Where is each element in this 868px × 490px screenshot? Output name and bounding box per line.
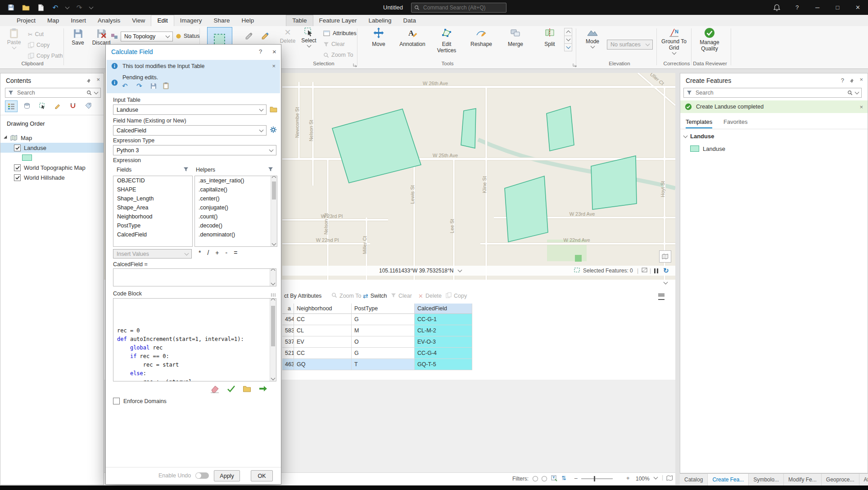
- undo-edit-icon[interactable]: ↶: [122, 82, 128, 90]
- ground-to-grid-button[interactable]: N Ground To Grid: [658, 27, 690, 54]
- group-collapse-icon[interactable]: [683, 133, 688, 138]
- discard-edits-icon[interactable]: [163, 82, 169, 91]
- table-tool-switch[interactable]: ⇄Switch: [363, 291, 387, 300]
- cell[interactable]: M: [352, 325, 415, 336]
- cell[interactable]: CL: [294, 325, 352, 336]
- cell[interactable]: 454: [282, 314, 294, 325]
- ribbon-tab-project[interactable]: Project: [11, 15, 41, 26]
- list-by-editing-icon[interactable]: [52, 100, 63, 111]
- cell[interactable]: O: [352, 336, 415, 348]
- field-list-item[interactable]: PostType: [113, 221, 192, 230]
- table-menu-icon[interactable]: [658, 294, 665, 300]
- operator-button[interactable]: *: [199, 249, 201, 256]
- tree-item-map[interactable]: Map: [0, 133, 104, 143]
- layout-page-icon[interactable]: [666, 475, 673, 482]
- operator-button[interactable]: =: [234, 249, 237, 256]
- field-list-item[interactable]: Shape_Length: [113, 194, 192, 203]
- topology-combo[interactable]: No Topology: [121, 32, 173, 41]
- list-by-drawing-order-icon[interactable]: [5, 100, 18, 112]
- open-project-icon[interactable]: [21, 3, 30, 12]
- maximize-button[interactable]: □: [827, 0, 848, 15]
- notification-close-icon[interactable]: ×: [859, 104, 863, 110]
- dock-tab-symbolo[interactable]: Symbolo...: [749, 474, 784, 485]
- cell[interactable]: 537: [282, 336, 294, 348]
- cell[interactable]: EV: [294, 336, 352, 348]
- refresh-icon[interactable]: ↻: [663, 267, 669, 275]
- copy-button[interactable]: Copy: [28, 41, 50, 50]
- ok-button[interactable]: OK: [251, 470, 273, 481]
- layer-checkbox-checked[interactable]: [14, 145, 21, 151]
- command-search-input[interactable]: [422, 4, 503, 11]
- ribbon-tab-insert[interactable]: Insert: [65, 15, 92, 26]
- create-features-search[interactable]: [683, 88, 862, 98]
- undo-dropdown-icon[interactable]: [65, 5, 70, 9]
- cell[interactable]: CC: [294, 314, 352, 325]
- helper-list-item[interactable]: .count(): [195, 212, 277, 221]
- tab-templates[interactable]: Templates: [686, 118, 712, 128]
- search-options-chevron-icon[interactable]: [94, 90, 99, 95]
- undo-icon[interactable]: ↶: [51, 3, 60, 12]
- command-search[interactable]: [411, 3, 506, 13]
- pane-pin-icon[interactable]: [849, 78, 854, 85]
- filter-toggle2-icon[interactable]: [541, 476, 547, 483]
- ribbon-tab-view[interactable]: View: [126, 15, 151, 26]
- table-row[interactable]: 583CLMCL-M-2: [282, 325, 472, 336]
- dock-tab-attributes[interactable]: Attributes: [859, 474, 868, 485]
- redo-icon[interactable]: ↷: [75, 3, 84, 12]
- tools-dialog-launcher-icon[interactable]: [572, 62, 577, 68]
- ribbon-tab-feature-layer[interactable]: Feature Layer: [313, 15, 363, 26]
- tool-merge-button[interactable]: Merge: [501, 27, 530, 48]
- zoom-percent[interactable]: 100%: [636, 476, 650, 482]
- copy-path-button[interactable]: Copy Path: [28, 51, 63, 60]
- pane-close-icon[interactable]: ×: [859, 76, 863, 83]
- cell[interactable]: 463: [282, 359, 294, 370]
- ribbon-tab-map[interactable]: Map: [41, 15, 65, 26]
- tool-annotation-button[interactable]: AAnnotation: [398, 27, 427, 48]
- attributes-button[interactable]: Attributes: [323, 29, 357, 38]
- template-group-header[interactable]: Landuse: [684, 133, 714, 140]
- ribbon-tab-analysis[interactable]: Analysis: [92, 15, 126, 26]
- edit-tool-button[interactable]: [258, 29, 272, 42]
- clear-selection-button[interactable]: Clear: [323, 40, 345, 49]
- dialog-help-icon[interactable]: ?: [259, 48, 262, 55]
- landuse-feature[interactable]: [505, 176, 548, 242]
- save-edits-icon[interactable]: [150, 82, 157, 91]
- operator-button[interactable]: +: [215, 249, 219, 256]
- collapse-chevron-icon[interactable]: [664, 280, 668, 285]
- zoom-in-icon[interactable]: +: [626, 475, 630, 481]
- tool-move-button[interactable]: Move: [364, 27, 393, 48]
- enforce-domains-checkbox[interactable]: [113, 398, 120, 404]
- expression-type-combo[interactable]: Python 3: [113, 145, 276, 155]
- filter-toggle-icon[interactable]: [532, 476, 538, 483]
- column-header-Neighborhood[interactable]: Neighborhood: [294, 304, 352, 314]
- cell[interactable]: G: [352, 348, 415, 359]
- table-row[interactable]: 537EVOEV-O-3: [282, 336, 472, 348]
- fields-list[interactable]: OBJECTIDSHAPEShape_LengthShape_AreaNeigh…: [113, 176, 193, 247]
- layer-checkbox-checked[interactable]: [14, 164, 21, 171]
- cell[interactable]: 521: [282, 348, 294, 359]
- tree-item-landuse[interactable]: Landuse: [0, 143, 104, 153]
- template-item-landuse[interactable]: Landuse: [690, 144, 861, 154]
- table-tool-delete[interactable]: ✕Delete: [418, 291, 442, 300]
- fixed-ratio-icon[interactable]: [642, 268, 647, 274]
- dock-tab-catalog[interactable]: Catalog: [680, 474, 708, 485]
- operator-button[interactable]: /: [207, 249, 209, 256]
- helper-list-item[interactable]: .capitalize(): [195, 185, 277, 194]
- table-tool-zoom-to[interactable]: Zoom To: [331, 291, 361, 300]
- tab-favorites[interactable]: Favorites: [723, 118, 747, 125]
- pane-help-icon[interactable]: ?: [841, 77, 844, 84]
- table-tool-clear[interactable]: Clear: [391, 291, 412, 300]
- field-list-item[interactable]: CalcedField: [113, 230, 192, 239]
- delete-feature-button[interactable]: ✕ Delete: [276, 28, 300, 44]
- field-gear-icon[interactable]: [270, 126, 277, 135]
- search-options-chevron-icon[interactable]: [855, 90, 859, 95]
- cell[interactable]: 583: [282, 325, 294, 336]
- fields-filter-icon[interactable]: [183, 167, 189, 173]
- discard-edits-button[interactable]: Discard: [90, 28, 113, 46]
- landuse-feature[interactable]: [332, 109, 421, 183]
- elevation-mode-button[interactable]: Mode: [581, 27, 604, 48]
- field-name-combo[interactable]: CalcedField: [113, 125, 267, 136]
- ribbon-tab-data[interactable]: Data: [398, 15, 422, 26]
- gallery-down-icon[interactable]: [564, 36, 572, 44]
- landuse-legend-swatch[interactable]: [0, 153, 104, 163]
